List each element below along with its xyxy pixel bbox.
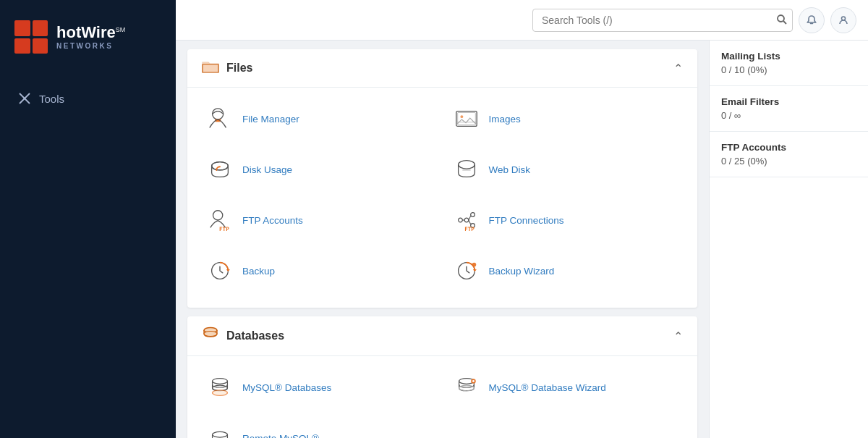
- svg-point-22: [464, 218, 469, 222]
- sidebar-navigation: Tools: [0, 68, 176, 129]
- content-wrapper: Files ⌃: [176, 41, 868, 438]
- images-icon: [454, 106, 480, 132]
- images-label: Images: [489, 114, 521, 125]
- svg-point-36: [459, 385, 474, 391]
- logo-icon: [14, 20, 48, 54]
- sidebar-item-label: Tools: [39, 93, 64, 105]
- logo-networks: NETWORKS: [56, 42, 125, 50]
- file-manager-label: File Manager: [242, 114, 299, 125]
- tool-item-ftp-accounts[interactable]: FTP FTP Accounts: [196, 195, 443, 245]
- ftp-accounts-icon: FTP: [207, 207, 233, 233]
- notifications-button[interactable]: [799, 7, 825, 33]
- databases-section: Databases ⌃: [187, 316, 697, 438]
- tool-item-images[interactable]: Images: [443, 93, 689, 144]
- search-button[interactable]: [776, 14, 787, 27]
- svg-point-32: [213, 379, 228, 384]
- tool-item-mysql-database-wizard[interactable]: MySQL® Database Wizard: [443, 362, 689, 413]
- backup-wizard-label: Backup Wizard: [489, 266, 555, 277]
- header: [176, 0, 868, 41]
- tool-item-disk-usage[interactable]: Disk Usage: [196, 144, 443, 195]
- mysql-databases-icon: [207, 374, 233, 400]
- disk-usage-icon: [207, 156, 233, 182]
- files-section: Files ⌃: [187, 49, 697, 308]
- svg-point-15: [458, 161, 475, 169]
- files-section-header[interactable]: Files ⌃: [187, 49, 697, 88]
- svg-point-14: [212, 162, 229, 170]
- folder-icon: [202, 59, 219, 77]
- sidebar-item-tools[interactable]: Tools: [0, 83, 176, 114]
- svg-point-12: [460, 115, 463, 118]
- mysql-database-wizard-label: MySQL® Database Wizard: [489, 382, 606, 393]
- email-filters-value: 0 / ∞: [721, 110, 856, 121]
- databases-tools-grid: MySQL® Databases: [187, 356, 697, 438]
- databases-collapse-icon: ⌃: [673, 329, 683, 343]
- web-disk-label: Web Disk: [489, 164, 531, 175]
- remote-mysql-label: Remote MySQL®: [242, 433, 319, 439]
- search-icon: [776, 14, 787, 25]
- svg-line-4: [783, 21, 786, 24]
- right-panel-email-filters: Email Filters 0 / ∞: [710, 86, 868, 132]
- tools-icon: [17, 91, 32, 106]
- files-section-title: Files: [226, 62, 252, 75]
- mailing-lists-title: Mailing Lists: [721, 51, 856, 62]
- databases-icon: [202, 327, 219, 345]
- svg-point-38: [472, 380, 475, 382]
- tool-item-backup[interactable]: Backup: [196, 245, 443, 296]
- ftp-connections-icon: FTP: [454, 207, 480, 233]
- user-profile-button[interactable]: [830, 7, 856, 33]
- search-container: [532, 9, 793, 32]
- logo-brand-name: hotWireSM: [56, 24, 125, 41]
- main-content: Files ⌃: [176, 41, 709, 438]
- files-tools-grid: File Manager I: [187, 88, 697, 308]
- tool-item-web-disk[interactable]: Web Disk: [443, 144, 689, 195]
- svg-line-24: [468, 216, 470, 220]
- svg-point-3: [778, 15, 784, 22]
- tool-item-remote-mysql[interactable]: Remote MySQL®: [196, 413, 443, 438]
- ftp-accounts-value: 0 / 25 (0%): [721, 156, 856, 167]
- right-panel-ftp-accounts: FTP Accounts 0 / 25 (0%): [710, 132, 868, 177]
- ftp-accounts-title: FTP Accounts: [721, 142, 856, 153]
- svg-point-39: [213, 431, 228, 437]
- svg-point-29: [472, 263, 476, 267]
- ftp-connections-label: FTP Connections: [489, 215, 564, 226]
- svg-point-7: [213, 109, 224, 119]
- svg-point-34: [213, 390, 228, 396]
- logo-area: hotWireSM NETWORKS: [0, 0, 176, 68]
- databases-section-title: Databases: [226, 329, 284, 342]
- svg-point-20: [470, 213, 475, 217]
- svg-line-25: [468, 220, 470, 224]
- disk-usage-label: Disk Usage: [242, 164, 292, 175]
- mysql-databases-label: MySQL® Databases: [242, 382, 331, 393]
- email-filters-title: Email Filters: [721, 96, 856, 107]
- svg-text:FTP: FTP: [219, 226, 229, 232]
- search-input[interactable]: [532, 9, 793, 32]
- tool-item-mysql-databases[interactable]: MySQL® Databases: [196, 362, 443, 413]
- right-panel: Mailing Lists 0 / 10 (0%) Email Filters …: [709, 41, 868, 438]
- file-manager-icon: [207, 106, 233, 132]
- svg-rect-9: [456, 111, 476, 127]
- svg-point-17: [213, 211, 223, 220]
- files-collapse-icon: ⌃: [673, 62, 683, 75]
- backup-icon: [207, 258, 233, 284]
- svg-point-19: [458, 218, 462, 222]
- bell-icon: [806, 14, 817, 26]
- svg-point-31: [204, 332, 217, 337]
- svg-text:FTP: FTP: [464, 226, 475, 232]
- right-panel-mailing-lists: Mailing Lists 0 / 10 (0%): [710, 41, 868, 86]
- user-icon: [838, 14, 849, 26]
- tool-item-ftp-connections[interactable]: FTP FTP Connections: [443, 195, 689, 245]
- svg-rect-10: [457, 112, 475, 125]
- tool-item-file-manager[interactable]: File Manager: [196, 93, 443, 144]
- databases-section-header[interactable]: Databases ⌃: [187, 316, 697, 356]
- ftp-accounts-label: FTP Accounts: [242, 215, 303, 226]
- web-disk-icon: [454, 156, 480, 182]
- remote-mysql-icon: [207, 425, 233, 438]
- main-area: Files ⌃: [176, 0, 868, 438]
- logo-text: hotWireSM NETWORKS: [56, 24, 125, 49]
- mysql-database-wizard-icon: [454, 374, 480, 400]
- sidebar: hotWireSM NETWORKS Tools: [0, 0, 176, 438]
- mailing-lists-value: 0 / 10 (0%): [721, 64, 856, 75]
- backup-label: Backup: [242, 266, 275, 277]
- backup-wizard-icon: [454, 258, 480, 284]
- tool-item-backup-wizard[interactable]: Backup Wizard: [443, 245, 689, 296]
